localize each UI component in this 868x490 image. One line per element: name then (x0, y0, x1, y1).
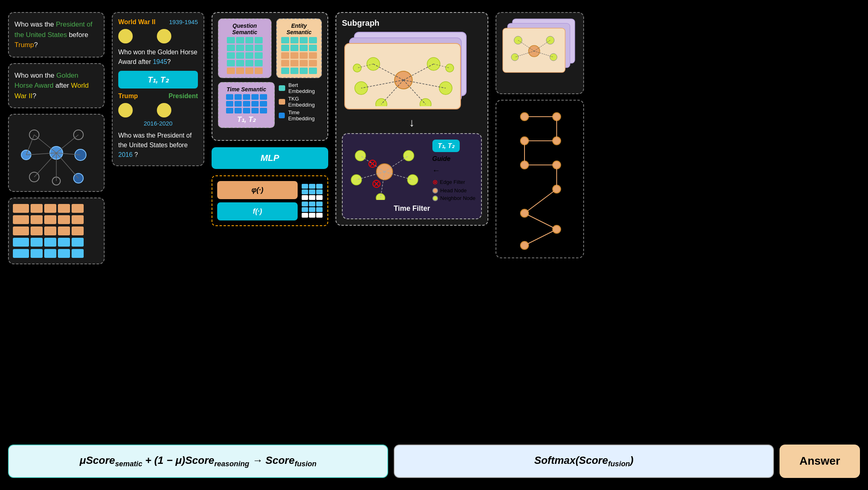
legend-box: Bert Embedding TKG Embedding Time Embedd… (279, 82, 322, 121)
embed-row-3 (13, 226, 100, 235)
svg-line-9 (56, 135, 78, 153)
timefilter-right-col: T₁, T₂ Guide ← ⊗ Edge Filter (432, 140, 475, 201)
embed-cell-orange-1 (13, 204, 29, 213)
embed-cell-orange-4 (58, 204, 70, 213)
legend-swatch-time (279, 113, 285, 118)
embed-cell-blue-9 (58, 249, 70, 258)
legend-bert: Bert Embedding (279, 82, 322, 94)
right-bottom-box (496, 100, 584, 258)
neighbor-node-icon (432, 196, 438, 201)
guide-label: Guide (432, 155, 450, 163)
formula-2-text: Softmax(Scorefusion) (534, 454, 634, 468)
svg-line-11 (34, 153, 56, 177)
guide-arrow: ← (432, 166, 440, 175)
phi-button: φ(·) (217, 181, 298, 199)
embed-cell-orange-15 (72, 226, 84, 235)
f-button: f(·) (217, 202, 298, 220)
arrow-down: ↓ (342, 116, 482, 129)
embed-cell-blue-7 (31, 249, 43, 258)
entity-golden-horse: Golden Horse Award (14, 72, 78, 90)
embed-cell-blue-2 (31, 238, 43, 247)
legend-tkg-label: TKG Embedding (288, 96, 322, 108)
node-trump-2 (157, 103, 171, 117)
president-label: President (169, 93, 198, 100)
legend-neighbor-node: Neighbor Node (432, 195, 475, 201)
q-sem-label: Question Semantic (222, 23, 267, 35)
node-worldwar-1 (118, 29, 133, 43)
svg-line-78 (525, 213, 557, 229)
formula-1-text: μScoresematic + (1 − μ)Scorereasoning → … (80, 454, 317, 468)
embed-cell-orange-10 (72, 215, 84, 224)
right-grid-col (302, 184, 323, 218)
subgraph-outer-box: Subgraph (335, 12, 488, 226)
embed-cell-orange-6 (13, 215, 29, 224)
embed-cell-orange-5 (72, 204, 84, 213)
head-node-icon (432, 188, 438, 194)
formula-box-1: μScoresematic + (1 − μ)Scorereasoning → … (8, 445, 388, 478)
t-sem-grid (226, 94, 267, 113)
legend-swatch-tkg (279, 99, 285, 105)
embed-cell-orange-2 (31, 204, 43, 213)
main-container: Who was the President of the United Stat… (0, 0, 868, 490)
embed-row-4 (13, 238, 100, 247)
worldwar-date: 1939-1945 (169, 19, 198, 25)
formula-box-2: Softmax(Scorefusion) (394, 445, 774, 478)
embed-cell-orange-14 (58, 226, 70, 235)
legend-time: Time Embedding (279, 109, 322, 121)
stacked-cards-area (342, 32, 482, 112)
question-box-1: Who was the President of the United Stat… (8, 12, 105, 58)
edge-filter-label: Edge Filter (440, 179, 465, 185)
entity-trump: Trump (14, 41, 34, 49)
worldwar-label: World War II (118, 19, 155, 25)
head-node-label: Head Node (440, 187, 467, 194)
legend-bert-label: Bert Embedding (288, 82, 322, 94)
right-stacked-svg (500, 17, 581, 89)
subgraph-title: Subgraph (342, 19, 482, 28)
t-sem-label: Time Semantic (226, 86, 266, 93)
answer-label: Answer (799, 455, 840, 467)
card-layer-1 (344, 43, 461, 109)
answer-box: Answer (780, 445, 860, 478)
embed-cell-orange-11 (13, 226, 29, 235)
trump-dates: 2016-2020 (118, 120, 198, 127)
small-grid-top (302, 184, 323, 200)
node-worldwar-2 (157, 29, 171, 43)
column-3: Question Semantic Entity Semantic (212, 12, 328, 226)
svg-line-8 (34, 135, 56, 153)
embed-cell-orange-13 (44, 226, 56, 235)
timefilter-title: Time Filter (348, 204, 475, 213)
timefilter-svg (348, 140, 429, 200)
embed-cell-blue-5 (72, 238, 84, 247)
embed-cell-orange-8 (44, 215, 56, 224)
legend-head-node: Head Node (432, 187, 475, 194)
embed-cell-blue-6 (13, 249, 29, 258)
e-sem-grid (281, 37, 317, 74)
t-box-filter: T₁, T₂ (432, 140, 460, 152)
embed-cell-blue-10 (72, 249, 84, 258)
node-trump-1 (118, 103, 133, 117)
embed-cell-blue-3 (44, 238, 56, 247)
embed-cell-orange-9 (58, 215, 70, 224)
legend-time-label: Time Embedding (288, 109, 322, 121)
semantic-top-row: Question Semantic Entity Semantic (218, 19, 322, 78)
e-sem-label: Entity Semantic (280, 23, 318, 35)
q-sem-grid (227, 37, 263, 74)
phi-f-box: φ(·) f(·) (212, 175, 328, 226)
question-box-2: Who won the Golden Horse Award after Wor… (8, 63, 105, 109)
filter-legend: ⊗ Edge Filter Head Node Neighbor Node (432, 178, 475, 201)
right-path-svg (500, 105, 581, 253)
embed-cell-orange-12 (31, 226, 43, 235)
column-1: Who was the President of the United Stat… (8, 12, 105, 264)
neighbor-node-label: Neighbor Node (440, 195, 475, 201)
timefilter-box: T₁, T₂ Guide ← ⊗ Edge Filter (342, 133, 482, 219)
embed-cell-blue-8 (44, 249, 56, 258)
trump-row: Trump President (118, 93, 198, 100)
column-4: Subgraph (335, 12, 488, 226)
embed-cell-blue-4 (58, 238, 70, 247)
mlp-box: MLP (212, 147, 328, 169)
entity-president: President of the United States (14, 21, 93, 39)
embedding-box (8, 198, 105, 264)
subgraph-main-svg (349, 48, 458, 106)
knowledge-graph-svg (14, 119, 99, 187)
right-top-box (496, 12, 584, 94)
